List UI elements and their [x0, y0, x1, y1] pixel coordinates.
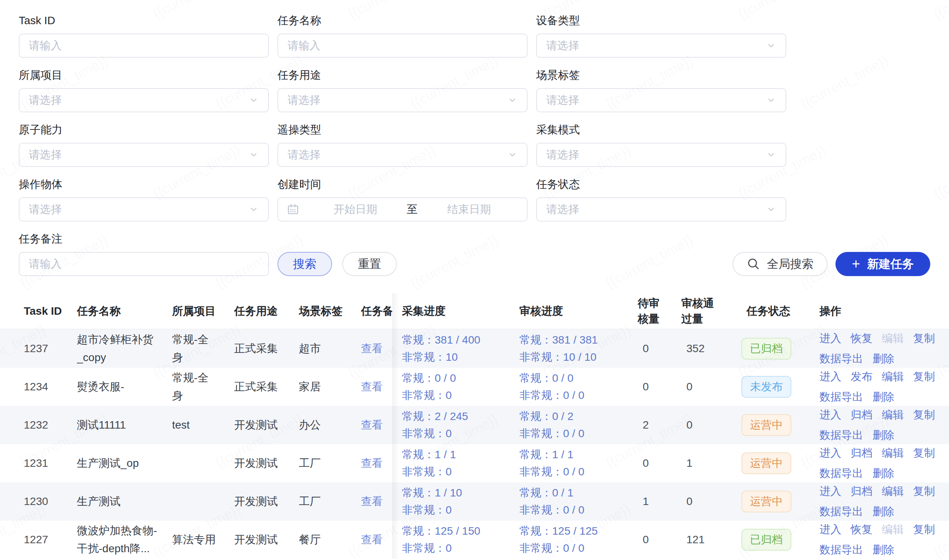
task-name-cell: 测试11111	[77, 416, 126, 434]
action-link[interactable]: 归档	[851, 407, 873, 423]
col-review-progress: 审核进度	[519, 293, 638, 329]
scene-cell: 餐厅	[299, 531, 321, 549]
action-link[interactable]: 删除	[873, 389, 894, 405]
filter-text-input[interactable]: 请输入	[19, 34, 269, 58]
project-cell: 算法专用	[172, 531, 216, 549]
filter-field: 所属项目 请选择	[19, 69, 269, 112]
row-actions: 进入恢复编辑复制数据导出删除	[819, 330, 943, 367]
action-link[interactable]: 进入	[819, 445, 841, 461]
review-progress-cell: 常规：0 / 0非常规：0 / 0	[519, 370, 584, 404]
row-actions: 进入归档编辑复制数据导出删除	[819, 407, 943, 443]
action-link[interactable]: 恢复	[851, 521, 873, 538]
action-link[interactable]: 进入	[819, 330, 841, 347]
action-link[interactable]: 数据导出	[819, 503, 863, 520]
action-link[interactable]: 进入	[819, 483, 841, 500]
action-link[interactable]: 删除	[873, 503, 894, 520]
filter-field: 原子能力 请选择	[19, 123, 269, 167]
reset-button[interactable]: 重置	[342, 252, 397, 276]
filter-field: 任务备注 请输入	[19, 232, 269, 276]
filter-field-label: 遥操类型	[277, 123, 528, 136]
filter-field: 任务名称 请输入	[277, 14, 528, 58]
action-link[interactable]: 编辑	[882, 445, 904, 461]
chevron-down-icon	[507, 95, 517, 105]
project-cell: 常规-全身	[172, 331, 219, 367]
action-link[interactable]: 发布	[851, 369, 873, 385]
action-link[interactable]: 编辑	[882, 483, 904, 500]
filter-select[interactable]: 请选择	[19, 143, 269, 167]
review-progress-cell: 常规：381 / 381非常规：10 / 10	[519, 331, 598, 366]
start-date-input[interactable]: 开始日期	[306, 202, 405, 217]
global-search-button[interactable]: 全局搜索	[732, 252, 828, 276]
action-link[interactable]: 归档	[851, 445, 873, 461]
filter-field: 任务用途 请选择	[277, 69, 528, 112]
action-link[interactable]: 复制	[913, 330, 935, 347]
action-link[interactable]: 删除	[873, 542, 894, 558]
filter-field-label: 场景标签	[536, 69, 786, 82]
input-placeholder: 请输入	[29, 38, 62, 53]
scene-cell: 超市	[299, 340, 321, 358]
action-link[interactable]: 数据导出	[819, 542, 863, 558]
filter-text-input[interactable]: 请输入	[277, 34, 528, 58]
action-link[interactable]: 删除	[873, 465, 894, 482]
action-link[interactable]: 复制	[913, 407, 935, 423]
action-link[interactable]: 复制	[913, 369, 935, 385]
select-placeholder: 请选择	[546, 147, 579, 162]
view-remark-link[interactable]: 查看	[361, 341, 383, 356]
action-link[interactable]: 编辑	[882, 369, 904, 385]
action-link[interactable]: 复制	[913, 521, 935, 538]
pending-count-cell: 0	[643, 342, 649, 355]
action-link[interactable]: 进入	[819, 521, 841, 538]
action-link[interactable]: 编辑	[882, 407, 904, 423]
action-link[interactable]: 归档	[851, 483, 873, 500]
select-placeholder: 请选择	[29, 147, 62, 162]
input-placeholder: 请输入	[288, 38, 320, 53]
action-link[interactable]: 进入	[819, 407, 841, 423]
action-link[interactable]: 数据导出	[819, 389, 863, 405]
action-link[interactable]: 复制	[913, 483, 935, 500]
filter-select[interactable]: 请选择	[19, 88, 269, 112]
view-remark-link[interactable]: 查看	[361, 379, 383, 394]
action-link[interactable]: 进入	[819, 369, 841, 385]
filter-select[interactable]: 请选择	[277, 143, 528, 167]
action-link[interactable]: 复制	[913, 445, 935, 461]
filter-field-label: 所属项目	[19, 69, 269, 82]
action-link[interactable]: 数据导出	[819, 351, 863, 367]
action-link[interactable]: 数据导出	[819, 427, 863, 443]
status-badge: 已归档	[741, 529, 791, 551]
action-link[interactable]: 删除	[873, 351, 894, 367]
filter-select[interactable]: 请选择	[536, 143, 786, 167]
filter-field-label: 任务备注	[19, 232, 269, 246]
filter-select[interactable]: 请选择	[536, 34, 786, 58]
col-task-name: 任务名称	[77, 293, 172, 329]
filter-select[interactable]: 请选择	[536, 197, 786, 222]
plus-icon: +	[852, 257, 860, 271]
chevron-down-icon	[507, 150, 517, 160]
view-remark-link[interactable]: 查看	[361, 418, 383, 432]
input-placeholder: 请输入	[29, 257, 62, 271]
action-link[interactable]: 删除	[873, 427, 894, 443]
filter-field-label: 原子能力	[19, 123, 269, 136]
end-date-input[interactable]: 结束日期	[420, 202, 519, 217]
filter-select[interactable]: 请选择	[19, 197, 269, 222]
search-icon	[746, 257, 761, 271]
col-status: 任务状态	[741, 293, 819, 329]
project-cell: test	[172, 416, 190, 434]
approved-count-cell: 1	[686, 457, 693, 470]
view-remark-link[interactable]: 查看	[361, 532, 383, 547]
scene-cell: 家居	[299, 378, 321, 396]
review-progress-cell: 常规：125 / 125非常规：0 / 0	[519, 523, 598, 557]
new-task-button[interactable]: + 新建任务	[835, 252, 930, 276]
purpose-cell: 开发测试	[234, 531, 278, 549]
filter-text-input[interactable]: 请输入	[19, 252, 269, 276]
view-remark-link[interactable]: 查看	[361, 494, 383, 509]
status-badge: 运营中	[741, 414, 791, 436]
col-collect-progress: 采集进度	[402, 293, 519, 329]
date-range-picker[interactable]: 开始日期至结束日期	[277, 197, 528, 222]
filter-select[interactable]: 请选择	[277, 88, 528, 112]
filter-select[interactable]: 请选择	[536, 88, 786, 112]
action-link[interactable]: 恢复	[851, 330, 873, 347]
filter-field-label: 采集模式	[536, 123, 786, 136]
action-link[interactable]: 数据导出	[819, 465, 863, 482]
view-remark-link[interactable]: 查看	[361, 456, 383, 471]
search-button[interactable]: 搜索	[277, 252, 332, 276]
